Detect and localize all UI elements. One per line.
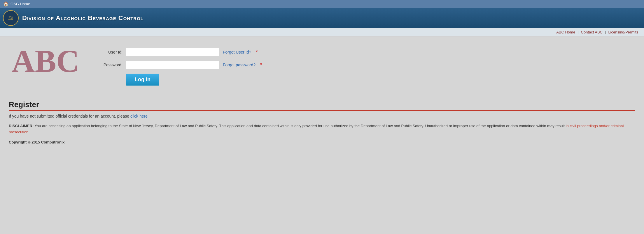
register-text: If you have not submitted official crede…: [9, 114, 635, 118]
nav-bar: ABC Home | Contact ABC | Licensing/Permi…: [0, 28, 644, 36]
register-subtitle: If you have not submitted official crede…: [9, 114, 129, 118]
copyright-text: Copyright © 2015 Computronix: [9, 140, 635, 144]
header-main: ⚖ Division of Alcoholic Beverage Control: [0, 8, 644, 28]
user-id-row: User Id: Forgot User Id? *: [102, 48, 632, 56]
password-label: Password:: [102, 63, 123, 67]
nav-abc-home[interactable]: ABC Home: [556, 30, 575, 34]
disclaimer-body: You are accessing an application belongi…: [35, 124, 566, 128]
forgot-user-id-link[interactable]: Forgot User Id?: [223, 50, 251, 54]
user-id-label: User Id:: [102, 50, 123, 54]
agency-seal: ⚖: [3, 10, 19, 26]
nav-separator-1: |: [578, 30, 578, 34]
forgot-password-link[interactable]: Forgot password?: [223, 63, 256, 67]
login-button[interactable]: Log In: [126, 74, 159, 86]
home-icon: 🏠: [3, 1, 9, 7]
password-row: Password: Forgot password? *: [102, 61, 632, 69]
nav-separator-2: |: [605, 30, 606, 34]
login-button-row: Log In: [102, 74, 632, 86]
register-title: Register: [9, 100, 635, 109]
disclaimer-label: DISCLAIMER:: [9, 124, 34, 128]
disclaimer-text: DISCLAIMER: You are accessing an applica…: [9, 123, 635, 135]
register-click-here[interactable]: click here: [130, 114, 148, 118]
user-id-asterisk: *: [256, 49, 258, 55]
login-form-area: User Id: Forgot User Id? * Password: For…: [99, 42, 635, 91]
password-asterisk: *: [260, 62, 262, 68]
agency-title: Division of Alcoholic Beverage Control: [22, 14, 144, 22]
abc-logo: ABC: [9, 42, 90, 80]
main-content: ABC User Id: Forgot User Id? * Password:…: [0, 36, 644, 97]
password-input[interactable]: [126, 61, 219, 69]
nav-licensing-permits[interactable]: Licensing/Permits: [608, 30, 638, 34]
register-section: Register If you have not submitted offic…: [0, 97, 644, 150]
user-id-input[interactable]: [126, 48, 219, 56]
oag-home-link[interactable]: OAG Home: [10, 2, 30, 6]
seal-icon: ⚖: [8, 15, 13, 22]
header-top-bar: 🏠 OAG Home: [0, 0, 644, 8]
nav-contact-abc[interactable]: Contact ABC: [581, 30, 603, 34]
register-divider: [9, 110, 635, 111]
